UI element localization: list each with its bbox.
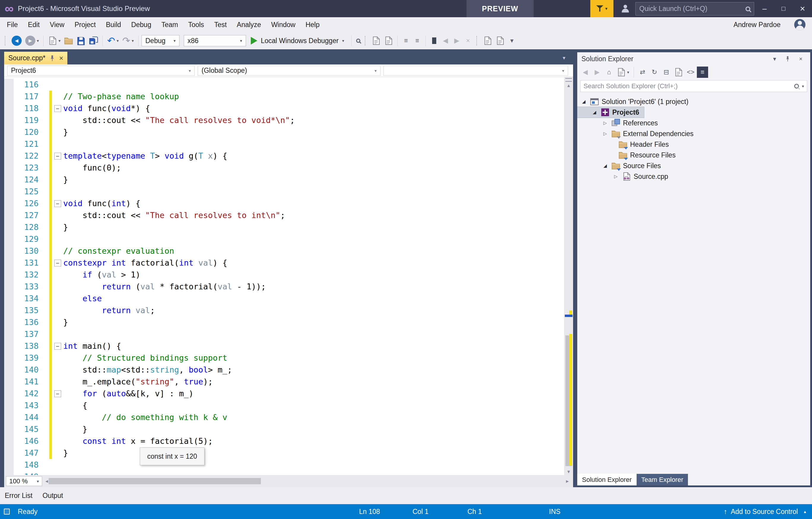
toolbar-grip[interactable]	[365, 36, 367, 46]
code-row[interactable]: 120}	[4, 126, 573, 138]
code-row[interactable]: 122−template<typename T> void g(T x) {	[4, 150, 573, 162]
code-text[interactable]: m_.emplace("string", true);	[63, 376, 213, 388]
code-text[interactable]: std::cout << "The call resolves to void*…	[63, 114, 295, 126]
code-row[interactable]: 139 // Structured bindings support	[4, 352, 573, 364]
open-file-button[interactable]	[63, 35, 75, 46]
code-text[interactable]: func(0);	[63, 162, 121, 174]
toolbar-grip[interactable]	[5, 36, 7, 46]
breakpoint-margin[interactable]	[4, 411, 13, 424]
breakpoint-margin[interactable]	[4, 103, 13, 114]
forward-button[interactable]: ▶	[591, 66, 603, 78]
clear-bookmarks-button[interactable]: ×	[463, 35, 473, 46]
search-box[interactable]: ▾	[580, 80, 807, 92]
code-row[interactable]: 132 if (val > 1)	[4, 269, 573, 281]
breakpoint-margin[interactable]	[4, 79, 13, 91]
fold-margin[interactable]: −	[52, 103, 63, 114]
code-row[interactable]: 145 }	[4, 424, 573, 435]
code-row[interactable]: 148	[4, 459, 573, 471]
code-text[interactable]: }	[63, 126, 68, 138]
show-all-files-button[interactable]	[672, 66, 685, 78]
code-text[interactable]: }	[63, 447, 68, 459]
breakpoint-margin[interactable]	[4, 304, 13, 317]
window-position-icon[interactable]: ▾	[769, 53, 780, 64]
preview-selected-items-button[interactable]: ≡	[697, 66, 708, 78]
save-button[interactable]	[75, 35, 87, 46]
home-button[interactable]: ⌂	[603, 66, 615, 78]
breakpoint-margin[interactable]	[4, 138, 13, 150]
code-row[interactable]: 147}	[4, 447, 573, 459]
breakpoint-margin[interactable]	[4, 281, 13, 293]
comment-button[interactable]: ≡	[401, 35, 411, 46]
navigate-backward-button[interactable]: ◀	[10, 34, 23, 47]
menu-window[interactable]: Window	[266, 17, 301, 32]
breakpoint-margin[interactable]	[4, 447, 13, 459]
show-threads-button[interactable]	[482, 35, 494, 46]
code-text[interactable]: constexpr int factorial(int val) {	[63, 257, 227, 269]
breakpoint-margin[interactable]	[4, 340, 13, 352]
code-row[interactable]: 123 func(0);	[4, 162, 573, 174]
code-text[interactable]: std::map<std::string, bool> m_;	[63, 364, 232, 376]
menu-tools[interactable]: Tools	[183, 17, 209, 32]
expander-icon[interactable]: ◢	[591, 110, 598, 115]
code-text[interactable]: else	[63, 293, 102, 304]
split-editor-grip[interactable]	[566, 78, 572, 82]
code-row[interactable]: 136}	[4, 317, 573, 328]
code-text[interactable]: }	[63, 317, 68, 328]
expander-icon[interactable]: ◢	[580, 99, 587, 104]
hscrollbar-thumb[interactable]	[49, 478, 261, 484]
previous-bookmark-button[interactable]: ◀	[440, 35, 451, 46]
code-text[interactable]: std::cout << "The call resolves to int\n…	[63, 210, 285, 221]
breakpoint-margin[interactable]	[4, 221, 13, 233]
zoom-dropdown[interactable]: 100 %▾	[6, 476, 42, 486]
menu-analyze[interactable]: Analyze	[232, 17, 266, 32]
tree-item-source-files[interactable]: ◢ Source Files	[577, 160, 810, 171]
background-tasks-icon[interactable]	[0, 504, 13, 519]
new-file-button[interactable]: ▾	[47, 35, 62, 46]
back-button[interactable]: ◀	[580, 66, 591, 78]
menu-view[interactable]: View	[45, 17, 69, 32]
breakpoint-margin[interactable]	[4, 257, 13, 269]
breakpoint-margin[interactable]	[4, 400, 13, 411]
tree-item-resource-files[interactable]: Resource Files	[577, 150, 810, 160]
vscrollbar-track[interactable]	[564, 89, 573, 468]
quick-launch-input[interactable]	[639, 5, 746, 13]
code-row[interactable]: 137	[4, 328, 573, 340]
breakpoint-margin[interactable]	[4, 233, 13, 245]
code-row[interactable]: 121	[4, 138, 573, 150]
show-diagnostics-button[interactable]	[494, 35, 506, 46]
code-editor[interactable]: 116117// Two-phase name lookup118−void f…	[4, 77, 573, 475]
menu-build[interactable]: Build	[101, 17, 126, 32]
solution-configurations-dropdown[interactable]: Debug▾	[142, 35, 179, 46]
close-panel-icon[interactable]: ×	[795, 53, 806, 64]
code-row[interactable]: 131−constexpr int factorial(int val) {	[4, 257, 573, 269]
close-button[interactable]: ×	[793, 0, 812, 17]
menu-file[interactable]: File	[2, 17, 23, 32]
menu-edit[interactable]: Edit	[23, 17, 45, 32]
close-tab-icon[interactable]: ×	[59, 54, 63, 62]
pin-icon[interactable]	[49, 55, 56, 61]
scroll-left-icon[interactable]: ◄	[45, 479, 49, 484]
code-text[interactable]: // do something with k & v	[63, 411, 227, 424]
code-row[interactable]: 128}	[4, 221, 573, 233]
code-row[interactable]: 135 return val;	[4, 304, 573, 317]
toolbar-overflow-button[interactable]: ▾	[506, 35, 517, 46]
code-row[interactable]: 144 // do something with k & v	[4, 411, 573, 424]
breakpoint-margin[interactable]	[4, 91, 13, 103]
collapse-region-icon[interactable]: −	[54, 200, 61, 207]
switch-views-button[interactable]: ▾	[615, 66, 631, 78]
collapse-region-icon[interactable]: −	[54, 153, 61, 160]
code-text[interactable]: if (val > 1)	[63, 269, 140, 281]
user-name[interactable]: Andrew Pardoe	[733, 21, 781, 29]
breakpoint-margin[interactable]	[4, 376, 13, 388]
code-row[interactable]: 127 std::cout << "The call resolves to i…	[4, 210, 573, 221]
code-row[interactable]: 143 {	[4, 400, 573, 411]
find-in-files-button[interactable]	[370, 35, 382, 46]
tree-item-project[interactable]: ◢ Project6	[577, 107, 644, 118]
breakpoint-margin[interactable]	[4, 186, 13, 197]
breakpoint-margin[interactable]	[4, 424, 13, 435]
breakpoint-margin[interactable]	[4, 197, 13, 210]
document-list-dropdown-icon[interactable]: ▾	[563, 55, 566, 61]
tree-item-source-cpp[interactable]: ▷ Source.cpp	[577, 171, 810, 182]
save-all-button[interactable]	[88, 35, 99, 46]
redo-button[interactable]: ↷▾	[121, 35, 135, 46]
